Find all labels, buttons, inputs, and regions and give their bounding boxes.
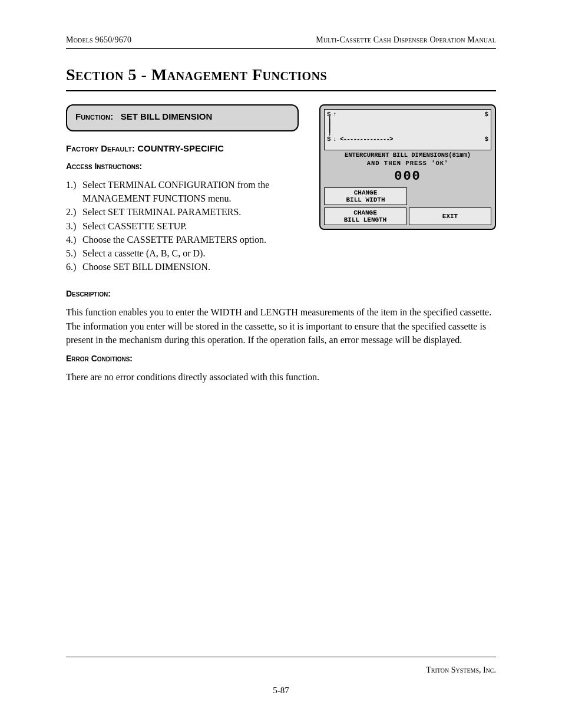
factory-default-heading: Factory Default: COUNTRY-SPECIFIC — [66, 143, 309, 153]
step-text: Choose the CASSETTE PARAMETERS option. — [82, 233, 309, 246]
page-header: Models 9650/9670 Multi-Cassette Cash Dis… — [66, 35, 496, 45]
step-text: Choose SET BILL DIMENSION. — [82, 260, 309, 274]
factory-default-label: Factory Default: — [66, 143, 135, 153]
atm-button-line: CHANGE — [325, 189, 406, 196]
function-label: Function: SET BILL DIMENSION — [75, 111, 212, 121]
atm-button-spacer — [409, 187, 491, 205]
step-text: Select SET TERMINAL PARAMETERS. — [82, 205, 309, 219]
section-title: Section 5 - Management Functions — [66, 65, 496, 84]
vertical-dashes: ||||||| — [328, 118, 330, 134]
function-box: Function: SET BILL DIMENSION — [66, 104, 299, 131]
access-steps: 1.)Select TERMINAL CONFIGURATION from th… — [66, 178, 309, 274]
step-number: 3.) — [66, 219, 82, 233]
dollar-icon: $ — [327, 136, 331, 143]
arrow-down-icon: ↓ — [333, 136, 337, 143]
dollar-icon: $ — [484, 111, 488, 118]
atm-button-line: BILL WIDTH — [325, 196, 406, 203]
step-row: 3.)Select CASSETTE SETUP. — [66, 219, 309, 233]
description-heading: Description: — [66, 289, 496, 298]
function-label-value: SET BILL DIMENSION — [121, 111, 213, 121]
atm-button-line: EXIT — [409, 213, 491, 220]
horizontal-arrow: <--------------> — [340, 136, 481, 143]
atm-value: 000 — [324, 169, 491, 184]
dollar-icon: $ — [484, 136, 488, 143]
function-label-prefix: Function: — [75, 111, 113, 121]
step-text: Select TERMINAL CONFIGURATION from the M… — [82, 178, 309, 205]
step-row: 5.)Select a cassette (A, B, C, or D). — [66, 246, 309, 260]
step-number: 6.) — [66, 260, 82, 274]
left-column: Function: SET BILL DIMENSION Factory Def… — [66, 104, 309, 282]
atm-screen: $ $ $ $ ↑ ||||||| ↓ <--------------> ENT… — [319, 104, 496, 230]
header-right: Multi-Cassette Cash Dispenser Operation … — [316, 35, 496, 45]
atm-button-line: BILL LENGTH — [325, 216, 406, 223]
atm-button-row: CHANGE BILL LENGTH EXIT — [324, 207, 491, 225]
step-number: 4.) — [66, 233, 82, 246]
access-instructions-heading: Access Instructions: — [66, 162, 309, 171]
atm-button-line: CHANGE — [325, 209, 406, 216]
error-conditions-text: There are no error conditions directly a… — [66, 370, 496, 384]
arrow-up-icon: ↑ — [333, 111, 337, 118]
factory-default-value: COUNTRY-SPECIFIC — [137, 143, 224, 153]
footer-rule — [66, 657, 496, 657]
step-text: Select CASSETTE SETUP. — [82, 219, 309, 233]
atm-display-graphic: $ $ $ $ ↑ ||||||| ↓ <--------------> — [324, 109, 491, 150]
step-number: 5.) — [66, 246, 82, 260]
section-rule — [66, 90, 496, 91]
error-conditions-heading: Error Conditions: — [66, 354, 496, 363]
step-number: 2.) — [66, 205, 82, 219]
step-row: 2.)Select SET TERMINAL PARAMETERS. — [66, 205, 309, 219]
step-number: 1.) — [66, 178, 82, 205]
change-bill-width-button[interactable]: CHANGE BILL WIDTH — [324, 187, 407, 205]
header-rule — [66, 48, 496, 49]
content-row: Function: SET BILL DIMENSION Factory Def… — [66, 104, 496, 282]
step-row: 6.)Choose SET BILL DIMENSION. — [66, 260, 309, 274]
atm-prompt-line2: AND THEN PRESS 'OK' — [324, 160, 491, 167]
right-column: $ $ $ $ ↑ ||||||| ↓ <--------------> ENT… — [319, 104, 496, 230]
change-bill-length-button[interactable]: CHANGE BILL LENGTH — [324, 207, 406, 225]
step-row: 4.)Choose the CASSETTE PARAMETERS option… — [66, 233, 309, 246]
footer-page-number: 5-87 — [0, 686, 562, 696]
header-left: Models 9650/9670 — [66, 35, 131, 45]
atm-prompt-line1: ENTERCURRENT BILL DIMENSIONS(81mm) — [324, 151, 491, 159]
step-row: 1.)Select TERMINAL CONFIGURATION from th… — [66, 178, 309, 205]
step-text: Select a cassette (A, B, C, or D). — [82, 246, 309, 260]
footer-company: Triton Systems, Inc. — [426, 666, 496, 675]
description-text: This function enables you to enter the W… — [66, 305, 496, 347]
atm-button-row: CHANGE BILL WIDTH — [324, 187, 491, 205]
exit-button[interactable]: EXIT — [409, 207, 491, 225]
